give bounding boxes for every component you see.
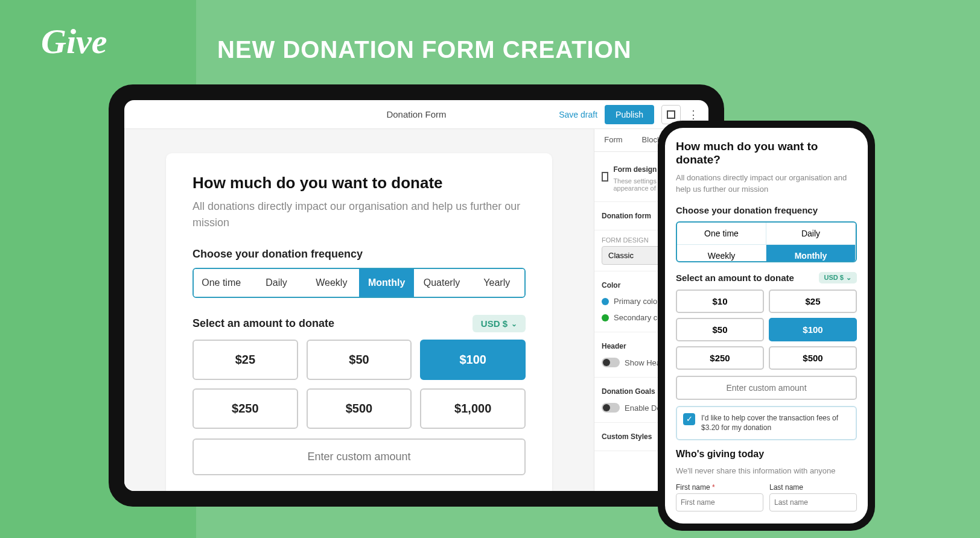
giving-heading: Who's giving today — [676, 449, 857, 460]
frequency-toggle-group: One time Daily Weekly Monthly Quaterly Y… — [192, 268, 526, 298]
amount-grid: $25 $50 $100 $250 $500 $1,000 — [192, 340, 526, 429]
square-icon — [667, 110, 675, 119]
chevron-down-icon: ⌄ — [511, 320, 517, 328]
page-title: NEW DONATION FORM CREATION — [217, 36, 632, 63]
custom-amount-input[interactable] — [192, 438, 526, 475]
amount-option[interactable]: $25 — [192, 340, 298, 380]
phone-amount-row: Select an amount to donate USD $ ⌄ — [676, 272, 857, 283]
first-name-input[interactable] — [676, 493, 763, 511]
secondary-color-swatch — [602, 314, 609, 321]
frequency-option[interactable]: Weekly — [677, 245, 766, 262]
frequency-option[interactable]: Quaterly — [414, 269, 469, 297]
save-draft-button[interactable]: Save draft — [559, 110, 597, 119]
amount-option[interactable]: $100 — [769, 318, 857, 341]
frequency-option[interactable]: Monthly — [766, 245, 856, 262]
name-fields-row: First name * Last name — [676, 483, 857, 511]
give-logo: Give — [41, 22, 150, 74]
phone-custom-amount-input[interactable] — [676, 376, 857, 400]
form-heading: How much do you want to donate — [192, 174, 526, 192]
phone-frame: How much do you want to donate? All dona… — [658, 121, 875, 531]
enable-goals-toggle[interactable] — [602, 403, 620, 413]
layout-icon — [602, 172, 608, 182]
phone-screen: How much do you want to donate? All dona… — [665, 128, 868, 524]
frequency-option[interactable]: Daily — [249, 269, 304, 297]
amount-option[interactable]: $10 — [676, 290, 764, 313]
frequency-label: Choose your donation frequency — [192, 248, 526, 261]
phone-amount-grid: $10 $25 $50 $100 $250 $500 — [676, 290, 857, 370]
phone-frequency-label: Choose your donation frequency — [676, 205, 857, 215]
amount-label-row: Select an amount to donate USD $ ⌄ — [192, 315, 526, 332]
amount-option[interactable]: $250 — [676, 346, 764, 370]
first-name-label: First name * — [676, 483, 763, 492]
cover-fees-box[interactable]: ✓ I'd like to help cover the transaction… — [676, 406, 857, 441]
form-canvas: How much do you want to donate All donat… — [124, 129, 594, 491]
phone-currency-selector[interactable]: USD $ ⌄ — [819, 272, 857, 283]
phone-frequency-grid: One time Daily Weekly Monthly Quaterly Y… — [676, 221, 857, 262]
sidebar-tab-form[interactable]: Form — [594, 129, 632, 151]
cover-fees-checkbox[interactable]: ✓ — [683, 413, 695, 425]
tablet-screen: Donation Form Save draft Publish ⋮ How m… — [124, 100, 708, 491]
frequency-option[interactable]: Daily — [766, 223, 856, 245]
amount-option[interactable]: $50 — [676, 318, 764, 341]
form-subheading: All donations directly impact our organi… — [192, 198, 526, 231]
publish-button[interactable]: Publish — [605, 105, 654, 124]
last-name-label: Last name — [769, 483, 857, 492]
amount-option[interactable]: $500 — [769, 346, 857, 370]
svg-text:Give: Give — [41, 22, 107, 61]
amount-option[interactable]: $500 — [307, 388, 412, 429]
primary-color-swatch — [602, 298, 609, 305]
cover-fees-text: I'd like to help cover the transaction f… — [701, 413, 850, 434]
amount-option[interactable]: $1,000 — [420, 388, 526, 429]
currency-selector[interactable]: USD $ ⌄ — [472, 315, 526, 332]
frequency-option[interactable]: Weekly — [304, 269, 359, 297]
frequency-option[interactable]: Yearly — [469, 269, 524, 297]
amount-option[interactable]: $250 — [192, 388, 298, 429]
tablet-frame: Donation Form Save draft Publish ⋮ How m… — [109, 84, 724, 507]
phone-heading: How much do you want to donate? — [676, 140, 857, 166]
frequency-option[interactable]: One time — [194, 269, 249, 297]
phone-subheading: All donations directly impact our organi… — [676, 172, 857, 195]
topbar-title: Donation Form — [386, 109, 446, 119]
amount-option[interactable]: $50 — [307, 340, 412, 380]
chevron-down-icon: ⌄ — [846, 274, 851, 282]
show-header-toggle[interactable] — [602, 358, 620, 367]
frequency-option[interactable]: One time — [677, 223, 766, 245]
last-name-input[interactable] — [769, 493, 857, 511]
amount-option[interactable]: $25 — [769, 290, 857, 313]
editor-topbar: Donation Form Save draft Publish ⋮ — [124, 100, 708, 129]
giving-sub: We'll never share this information with … — [676, 466, 857, 477]
amount-option[interactable]: $100 — [420, 340, 526, 380]
more-icon[interactable]: ⋮ — [688, 108, 699, 121]
amount-label: Select an amount to donate — [192, 317, 334, 330]
frequency-option[interactable]: Monthly — [359, 269, 414, 297]
phone-amount-label: Select an amount to donate — [676, 273, 794, 283]
donation-form-card: How much do you want to donate All donat… — [166, 153, 552, 491]
